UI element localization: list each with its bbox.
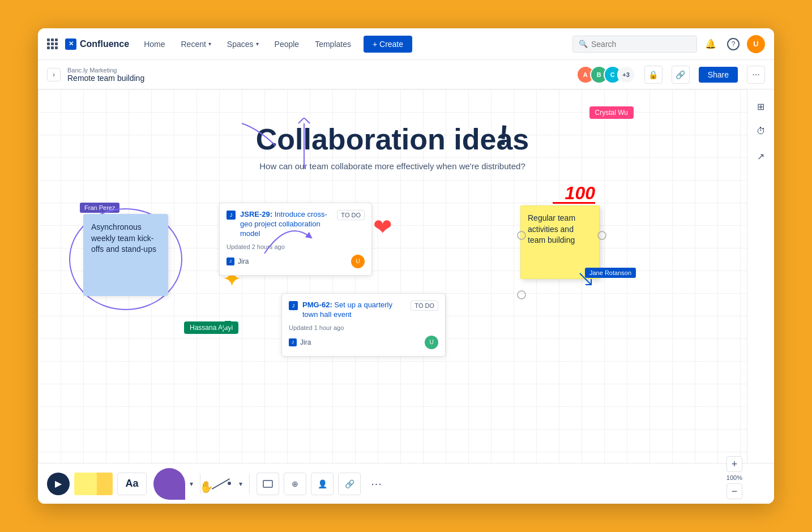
canvas-content[interactable]: Crystal Wu Collaboration ideas How can o… bbox=[38, 89, 747, 463]
shape-tool-group[interactable]: ▾ bbox=[151, 468, 193, 500]
notifications-button[interactable]: 🔔 bbox=[702, 35, 720, 53]
nav-people[interactable]: People bbox=[269, 36, 305, 52]
jira-card-1-updated: Updated 2 hours ago bbox=[226, 243, 365, 250]
share-button[interactable]: Share bbox=[699, 67, 738, 83]
search-icon: 🔍 bbox=[579, 40, 588, 48]
line-tool-dot bbox=[228, 482, 231, 485]
search-box[interactable]: 🔍 bbox=[572, 36, 697, 53]
jira-card-2[interactable]: J PMG-62: Set up a quarterly town hall e… bbox=[281, 293, 446, 357]
toolbar-divider-2 bbox=[249, 474, 250, 494]
toolbar-more-button[interactable]: ··· bbox=[365, 473, 388, 495]
jira-source-icon-1: J bbox=[226, 258, 234, 265]
shape-tool-chevron[interactable]: ▾ bbox=[190, 480, 193, 488]
apps-icon[interactable] bbox=[47, 38, 58, 50]
create-button[interactable]: + Create bbox=[364, 36, 412, 53]
jira-source-text-2: Jira bbox=[300, 338, 311, 346]
nav-spaces[interactable]: Spaces ▾ bbox=[221, 36, 264, 52]
breadcrumb-toggle[interactable]: › bbox=[47, 68, 61, 81]
confluence-logo-text: Confluence bbox=[80, 39, 129, 49]
bell-icon: 🔔 bbox=[705, 38, 716, 49]
jira-icon-2: J bbox=[289, 301, 298, 310]
right-sidebar: ⊞ ⏱ ↗ bbox=[747, 89, 774, 463]
jira-source-text-1: Jira bbox=[238, 258, 249, 265]
search-input[interactable] bbox=[591, 40, 691, 49]
jira-card-1-avatar: U bbox=[351, 255, 365, 268]
user-cursor-label-fran: Fran Perez bbox=[80, 203, 119, 213]
rectangle-icon bbox=[263, 480, 273, 488]
nav-home[interactable]: Home bbox=[138, 36, 170, 52]
play-icon: ▶ bbox=[55, 478, 62, 489]
breadcrumb-parent: Banc.ly Marketing bbox=[67, 67, 144, 74]
user-avatar[interactable]: U bbox=[747, 35, 765, 53]
link-button[interactable]: 🔗 bbox=[672, 66, 690, 84]
link-icon: 🔗 bbox=[345, 479, 354, 488]
heart-decoration: ❤ bbox=[373, 214, 392, 240]
recent-chevron: ▾ bbox=[208, 41, 211, 47]
sidebar-table-icon[interactable]: ⊞ bbox=[751, 96, 771, 117]
toolbar-divider-1 bbox=[200, 474, 200, 494]
page-header: › Banc.ly Marketing Remote team building… bbox=[38, 60, 774, 89]
user-cursor-label-hassana: Hassana Ajayi bbox=[184, 321, 238, 334]
canvas-subtitle: How can our team collaborate more effect… bbox=[223, 161, 562, 171]
zoom-out-button[interactable]: − bbox=[726, 483, 742, 499]
lock-button[interactable]: 🔒 bbox=[644, 66, 663, 84]
shape-tool[interactable] bbox=[153, 468, 185, 500]
sticky-note-async[interactable]: Asynchronous weekly team kick-offs and s… bbox=[83, 214, 168, 296]
nav-recent[interactable]: Recent ▾ bbox=[175, 36, 216, 52]
spaces-chevron: ▾ bbox=[256, 41, 259, 47]
user-cursor-label-jane: Jane Rotanson bbox=[585, 268, 636, 278]
bottom-toolbar: ▶ ✋ Aa ▾ ▾ ⊕ 👤 🔗 ·· bbox=[38, 463, 774, 504]
smart-shape-tool[interactable]: ⊕ bbox=[284, 473, 306, 495]
checkbox-3 bbox=[517, 290, 526, 299]
breadcrumb-current: Remote team building bbox=[67, 74, 144, 83]
confluence-logo-icon: ✕ bbox=[65, 38, 76, 50]
nav-templates[interactable]: Templates bbox=[309, 36, 357, 52]
zoom-controls: + 100% − bbox=[726, 456, 742, 499]
stamp-icon: 👤 bbox=[318, 479, 327, 488]
zoom-in-button[interactable]: + bbox=[726, 456, 742, 472]
sticky-tool[interactable] bbox=[74, 473, 113, 495]
canvas-title-area: Collaboration ideas How can our team col… bbox=[223, 123, 562, 171]
canvas-main-title: Collaboration ideas bbox=[223, 123, 562, 156]
jira-card-2-title: PMG-62: Set up a quarterly town hall eve… bbox=[302, 301, 406, 320]
rectangle-tool[interactable] bbox=[257, 473, 279, 495]
navbar: ✕ Confluence Home Recent ▾ Spaces ▾ Peop… bbox=[38, 28, 774, 60]
hundred-underline bbox=[553, 202, 595, 204]
sidebar-cursor-icon[interactable]: ↗ bbox=[751, 146, 771, 166]
hundred-decoration: 100 bbox=[565, 183, 595, 204]
nav-logo[interactable]: ✕ Confluence bbox=[65, 38, 129, 50]
sticky-tool-1 bbox=[74, 473, 97, 495]
line-tool-chevron[interactable]: ▾ bbox=[239, 480, 242, 488]
user-cursor-label-crystal: Crystal Wu bbox=[589, 106, 634, 119]
collab-count: +3 bbox=[617, 66, 635, 84]
text-tool-button[interactable]: Aa bbox=[117, 473, 147, 495]
svg-point-2 bbox=[518, 291, 525, 299]
zoom-level-display: 100% bbox=[726, 474, 742, 481]
stamp-tool[interactable]: 👤 bbox=[311, 473, 334, 495]
line-tool[interactable] bbox=[207, 473, 234, 495]
jira-card-2-updated: Updated 1 hour ago bbox=[289, 324, 438, 331]
smart-shape-icon: ⊕ bbox=[292, 479, 298, 488]
breadcrumb: Banc.ly Marketing Remote team building bbox=[67, 67, 144, 83]
canvas-area: Crystal Wu Collaboration ideas How can o… bbox=[38, 89, 774, 463]
help-button[interactable]: ? bbox=[724, 35, 742, 53]
jira-card-1[interactable]: J JSRE-29: Introduce cross-geo project c… bbox=[219, 203, 372, 276]
play-button[interactable]: ▶ bbox=[47, 473, 70, 495]
jira-card-2-avatar: U bbox=[425, 336, 438, 349]
more-options-button[interactable]: ··· bbox=[747, 66, 765, 84]
collaborator-avatars: A B C +3 bbox=[576, 66, 635, 84]
jira-card-2-status: TO DO bbox=[411, 301, 438, 311]
browser-window: ✕ Confluence Home Recent ▾ Spaces ▾ Peop… bbox=[38, 28, 774, 504]
jira-card-1-status: TO DO bbox=[337, 210, 365, 220]
link-tool[interactable]: 🔗 bbox=[338, 473, 361, 495]
jira-card-1-title: JSRE-29: Introduce cross-geo project col… bbox=[240, 210, 332, 239]
jira-source-icon-2: J bbox=[289, 338, 297, 346]
sidebar-timer-icon[interactable]: ⏱ bbox=[751, 121, 771, 141]
svg-rect-3 bbox=[263, 480, 272, 487]
jira-icon-1: J bbox=[226, 211, 236, 220]
help-icon: ? bbox=[727, 38, 740, 50]
